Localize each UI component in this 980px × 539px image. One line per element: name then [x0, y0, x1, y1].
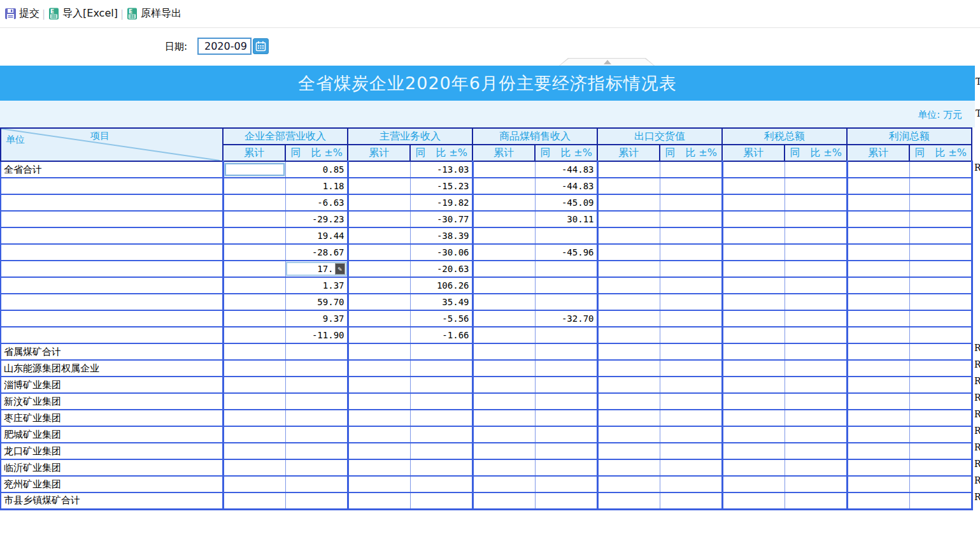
data-cell[interactable] — [597, 211, 660, 227]
data-cell[interactable] — [535, 327, 597, 343]
data-cell[interactable] — [285, 377, 348, 393]
data-cell[interactable] — [410, 459, 472, 476]
data-cell[interactable] — [285, 476, 348, 492]
calendar-button[interactable] — [253, 38, 269, 54]
data-cell[interactable] — [909, 327, 972, 343]
data-cell[interactable] — [722, 459, 785, 476]
data-cell[interactable] — [722, 343, 785, 360]
data-cell[interactable] — [285, 343, 348, 360]
data-cell[interactable]: -19.82 — [410, 194, 472, 211]
data-cell[interactable] — [597, 393, 660, 410]
data-cell[interactable] — [472, 211, 535, 227]
data-cell[interactable] — [597, 476, 660, 492]
data-cell[interactable] — [285, 393, 348, 410]
data-cell[interactable] — [785, 294, 847, 310]
data-cell[interactable] — [285, 410, 348, 426]
data-cell[interactable] — [660, 476, 722, 492]
data-cell[interactable] — [535, 294, 597, 310]
data-cell[interactable] — [597, 360, 660, 377]
date-input[interactable] — [197, 38, 252, 55]
data-cell[interactable] — [348, 459, 410, 476]
data-cell[interactable] — [223, 492, 285, 509]
data-cell[interactable] — [847, 360, 909, 377]
data-cell[interactable]: 0.85 — [285, 161, 348, 178]
data-cell[interactable] — [597, 277, 660, 294]
data-cell[interactable]: -5.56 — [410, 310, 472, 327]
data-cell[interactable] — [223, 410, 285, 426]
data-cell[interactable] — [785, 211, 847, 227]
data-cell[interactable] — [722, 377, 785, 393]
data-cell[interactable] — [722, 161, 785, 178]
data-cell[interactable] — [223, 161, 285, 178]
data-cell[interactable] — [660, 178, 722, 194]
data-cell[interactable] — [535, 476, 597, 492]
data-cell[interactable] — [223, 360, 285, 377]
data-cell[interactable] — [223, 178, 285, 194]
data-cell[interactable] — [535, 426, 597, 443]
data-cell[interactable] — [847, 194, 909, 211]
data-cell[interactable] — [410, 393, 472, 410]
data-cell[interactable]: 1.37 — [285, 277, 348, 294]
data-cell[interactable] — [660, 211, 722, 227]
data-cell[interactable] — [597, 194, 660, 211]
data-cell[interactable] — [909, 443, 972, 459]
data-cell[interactable] — [597, 377, 660, 393]
data-cell[interactable] — [660, 227, 722, 244]
data-cell[interactable] — [223, 211, 285, 227]
data-cell[interactable] — [472, 277, 535, 294]
data-cell[interactable] — [597, 294, 660, 310]
data-cell[interactable] — [535, 377, 597, 393]
data-cell[interactable] — [722, 443, 785, 459]
data-cell[interactable] — [909, 492, 972, 509]
data-cell[interactable] — [472, 261, 535, 277]
data-cell[interactable] — [660, 310, 722, 327]
data-cell[interactable] — [472, 492, 535, 509]
data-cell[interactable] — [722, 310, 785, 327]
data-cell[interactable] — [410, 410, 472, 426]
data-cell[interactable] — [597, 261, 660, 277]
data-cell[interactable] — [785, 443, 847, 459]
data-cell[interactable] — [535, 443, 597, 459]
data-cell[interactable] — [909, 194, 972, 211]
data-cell[interactable] — [785, 492, 847, 509]
data-cell[interactable] — [722, 211, 785, 227]
data-cell[interactable] — [909, 393, 972, 410]
data-cell[interactable] — [597, 227, 660, 244]
data-cell[interactable] — [785, 327, 847, 343]
data-cell[interactable] — [722, 393, 785, 410]
data-cell[interactable]: -15.23 — [410, 178, 472, 194]
data-cell[interactable] — [909, 360, 972, 377]
data-cell[interactable] — [909, 227, 972, 244]
data-cell[interactable] — [348, 310, 410, 327]
data-cell[interactable] — [535, 277, 597, 294]
data-cell[interactable] — [472, 410, 535, 426]
data-cell[interactable] — [785, 178, 847, 194]
data-cell[interactable]: -45.96 — [535, 244, 597, 261]
data-cell[interactable] — [348, 327, 410, 343]
data-cell[interactable] — [722, 277, 785, 294]
data-cell[interactable] — [722, 294, 785, 310]
data-cell[interactable] — [847, 161, 909, 178]
data-cell[interactable] — [660, 294, 722, 310]
data-cell[interactable] — [597, 343, 660, 360]
data-cell[interactable] — [535, 459, 597, 476]
data-cell[interactable]: -6.63 — [285, 194, 348, 211]
data-cell[interactable] — [909, 244, 972, 261]
data-cell[interactable] — [472, 343, 535, 360]
data-cell[interactable] — [909, 426, 972, 443]
data-cell[interactable] — [847, 459, 909, 476]
data-cell[interactable] — [223, 443, 285, 459]
data-cell[interactable] — [223, 476, 285, 492]
data-cell[interactable] — [472, 161, 535, 178]
data-cell[interactable] — [472, 244, 535, 261]
data-cell[interactable]: -20.63 — [410, 261, 472, 277]
data-cell[interactable] — [785, 343, 847, 360]
data-cell[interactable]: 59.70 — [285, 294, 348, 310]
data-cell[interactable] — [847, 426, 909, 443]
data-cell[interactable]: -30.06 — [410, 244, 472, 261]
data-cell[interactable] — [660, 343, 722, 360]
data-cell[interactable] — [597, 492, 660, 509]
data-cell[interactable] — [909, 261, 972, 277]
data-cell[interactable] — [909, 410, 972, 426]
data-cell[interactable] — [535, 492, 597, 509]
